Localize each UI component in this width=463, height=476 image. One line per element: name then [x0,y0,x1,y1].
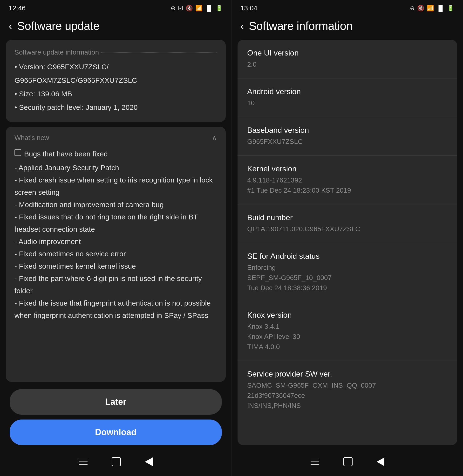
checkbox-icon [15,149,21,156]
se-android-label: SE for Android status [247,252,448,261]
build-value: QP1A.190711.020.G965FXXU7ZSLC [247,224,448,234]
service-provider-label: Service provider SW ver. [247,370,448,378]
mute-icon-r: 🔇 [417,5,424,12]
signal-icon-r: ▐▌ [436,5,445,12]
info-row-service-provider: Service provider SW ver. SAOMC_SM-G965F_… [238,361,457,420]
se-android-value: Enforcing SEPF_SM-G965F_10_0007 Tue Dec … [247,263,448,293]
battery-icon: 🔋 [216,5,223,12]
changelog-line-4: - Fixed issues that do not ring tone on … [15,211,217,235]
time-right: 13:04 [240,4,257,12]
version-line2: G965FOXM7ZSLC/G965FXXU7ZSLC [15,74,217,86]
build-label: Build number [247,213,448,222]
kernel-label: Kernel version [247,164,448,173]
recent-line3 [79,464,88,465]
back-button-left[interactable]: ‹ [9,20,12,32]
battery-icon-r: 🔋 [447,5,454,12]
nav-bar-left [0,450,232,476]
recent-apps-button-r[interactable] [311,458,319,466]
changelog-line-7: - Fixed sometimes kernel kernel issue [15,260,217,272]
changelog-line-3: - Modification and improvement of camera… [15,198,217,211]
info-row-one-ui: One UI version 2.0 [238,40,457,78]
check-icon: ☑ [178,5,183,12]
changelog-line-8: - Fixed the part where 6-digit pin is no… [15,272,217,297]
info-row-build: Build number QP1A.190711.020.G965FXXU7ZS… [238,204,457,243]
signal-icon: ▐▌ [205,5,213,12]
recent-line3-r [311,464,319,465]
collapse-icon[interactable]: ∧ [212,134,217,142]
info-row-android: Android version 10 [238,78,457,117]
changelog-content: Bugs that have been fixed - Applied Janu… [15,148,217,321]
size-line: • Size: 139.06 MB [15,88,217,100]
status-icons-right: ⊖ 🔇 📶 ▐▌ 🔋 [410,5,454,12]
download-button[interactable]: Download [10,420,222,445]
right-panel: 13:04 ⊖ 🔇 📶 ▐▌ 🔋 ‹ Software information … [232,0,463,476]
recent-apps-button[interactable] [79,458,88,466]
left-panel: 12:46 ⊖ ☑ 🔇 📶 ▐▌ 🔋 ‹ Software update Sof… [0,0,232,476]
recent-line1-r [311,459,319,459]
back-button-nav[interactable] [145,458,153,466]
knox-value: Knox 3.4.1 Knox API level 30 TIMA 4.0.0 [247,321,448,352]
info-row-se-android: SE for Android status Enforcing SEPF_SM-… [238,243,457,302]
page-title-left: Software update [17,19,100,33]
minus-circle-icon: ⊖ [171,5,176,12]
update-info-section-title: Software update information [15,48,217,56]
android-value: 10 [247,98,448,108]
mute-icon: 🔇 [186,5,193,12]
whats-new-title: What's new [15,134,49,142]
wifi-icon-r: 📶 [427,5,434,12]
home-button-r[interactable] [343,457,353,466]
status-icons-left: ⊖ ☑ 🔇 📶 ▐▌ 🔋 [171,5,223,12]
home-button[interactable] [112,457,121,466]
whats-new-header: What's new ∧ [15,134,217,142]
recent-line2-r [311,461,319,462]
changelog-line-9: - Fixed the issue that fingerprint authe… [15,297,217,321]
changelog-line-1: - Applied January Security Patch [15,162,217,174]
one-ui-value: 2.0 [247,59,448,70]
baseband-value: G965FXXU7ZSLC [247,137,448,147]
changelog-line-2: - Fixed crash issue when setting to iris… [15,174,217,198]
page-title-right: Software information [249,19,353,33]
recent-line1 [79,459,88,459]
header-left: ‹ Software update [0,15,232,40]
version-line1: • Version: G965FXXU7ZSLC/ [15,61,217,73]
back-button-right[interactable]: ‹ [240,20,244,32]
nav-bar-right [232,450,463,476]
changelog-line-6: - Fixed sometimes no service error [15,248,217,260]
info-row-knox: Knox version Knox 3.4.1 Knox API level 3… [238,302,457,361]
changelog-line-5: - Audio improvement [15,235,217,248]
later-button[interactable]: Later [10,389,222,415]
recent-line2 [79,461,88,462]
button-area: Later Download [0,382,232,450]
whats-new-section: What's new ∧ Bugs that have been fixed -… [6,127,226,382]
kernel-value: 4.9.118-17621392 #1 Tue Dec 24 18:23:00 … [247,175,448,195]
status-bar-left: 12:46 ⊖ ☑ 🔇 📶 ▐▌ 🔋 [0,0,232,15]
minus-circle-icon-r: ⊖ [410,5,415,12]
back-button-nav-r[interactable] [377,458,384,466]
bugs-fixed-item: Bugs that have been fixed [15,148,217,160]
wifi-icon: 📶 [195,5,203,12]
status-bar-right: 13:04 ⊖ 🔇 📶 ▐▌ 🔋 [232,0,463,15]
dotted-divider [101,52,217,53]
bugs-fixed-label: Bugs that have been fixed [24,148,108,160]
header-right: ‹ Software information [232,15,463,40]
info-row-kernel: Kernel version 4.9.118-17621392 #1 Tue D… [238,156,457,204]
time-left: 12:46 [9,4,26,12]
android-label: Android version [247,87,448,96]
security-patch-line: • Security patch level: January 1, 2020 [15,102,217,113]
software-info-list: One UI version 2.0 Android version 10 Ba… [238,40,457,445]
knox-label: Knox version [247,311,448,320]
one-ui-label: One UI version [247,48,448,57]
update-info-card: Software update information • Version: G… [6,40,226,122]
info-row-baseband: Baseband version G965FXXU7ZSLC [238,117,457,156]
service-provider-value: SAOMC_SM-G965F_OXM_INS_QQ_0007 21d3f9073… [247,380,448,411]
baseband-label: Baseband version [247,126,448,135]
